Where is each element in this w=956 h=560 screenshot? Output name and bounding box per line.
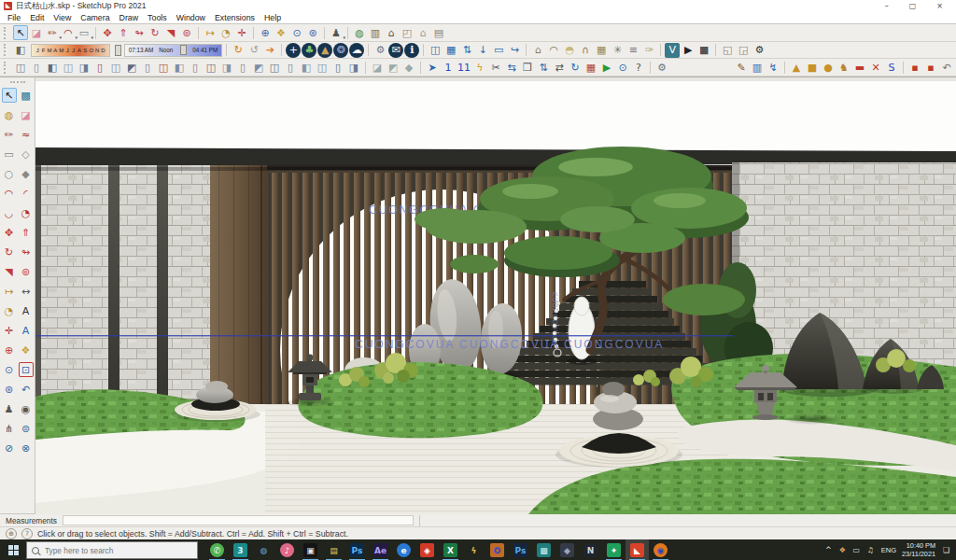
- bit-panel-10[interactable]: ◫: [156, 60, 171, 75]
- bit-wipe-2[interactable]: ◩: [386, 60, 401, 75]
- select-tool[interactable]: ↖: [2, 88, 17, 103]
- tray-volume-icon[interactable]: ♫: [865, 546, 876, 554]
- paint-bucket-tool[interactable]: ◍: [2, 107, 17, 122]
- vray-frame[interactable]: V: [665, 43, 680, 58]
- move-tool[interactable]: ✥: [2, 225, 17, 240]
- text-tool[interactable]: A: [19, 303, 34, 318]
- shadow-toggle[interactable]: ◧: [13, 43, 28, 58]
- play-plugin[interactable]: ▶: [599, 60, 614, 75]
- excel-app[interactable]: X: [439, 539, 462, 560]
- offset-tool[interactable]: ⊚: [179, 25, 194, 40]
- three-point-arc-tool[interactable]: ◡: [2, 205, 17, 220]
- bit-panel-13[interactable]: ◫: [204, 60, 218, 75]
- mirror-plugin[interactable]: ⇄: [552, 60, 567, 75]
- curve-plugin[interactable]: ↯: [766, 60, 780, 75]
- settings-gears[interactable]: ⚙: [373, 43, 387, 58]
- walk-tool[interactable]: ⋔: [2, 421, 17, 436]
- plugin-swap[interactable]: ▦: [443, 43, 458, 58]
- arc-tool[interactable]: ◠: [61, 25, 76, 40]
- time-slider-knob[interactable]: [180, 45, 187, 55]
- blue-s[interactable]: S: [884, 60, 899, 75]
- eraser-tool[interactable]: ◪: [29, 25, 44, 40]
- line-tool[interactable]: ✏: [2, 127, 17, 142]
- red-x[interactable]: ✕: [868, 60, 883, 75]
- bolt-plugin[interactable]: ϟ: [472, 60, 487, 75]
- look-around-tool[interactable]: ◉: [19, 401, 34, 416]
- rectangle-tool[interactable]: ▭: [2, 147, 17, 161]
- add-terrain[interactable]: ▲: [317, 43, 332, 58]
- close-button[interactable]: ×: [936, 2, 943, 10]
- tape-measure-tool[interactable]: ↦: [203, 25, 218, 40]
- toolbar-grip[interactable]: [4, 27, 8, 39]
- zoom-window-tool[interactable]: ⊡: [19, 362, 34, 377]
- date-slider-knob[interactable]: [115, 45, 121, 56]
- measurements-input[interactable]: [63, 515, 414, 525]
- palette-grip[interactable]: [10, 81, 25, 83]
- make-component-tool[interactable]: ▩: [19, 88, 34, 103]
- section-display-toggle[interactable]: ⊘: [2, 441, 17, 455]
- protractor-tool[interactable]: ◔: [2, 303, 17, 318]
- 3dsmax-app[interactable]: 3: [229, 539, 252, 560]
- wechat-app[interactable]: ✆: [205, 539, 229, 560]
- label-one[interactable]: 1: [441, 60, 456, 75]
- 3d-text-tool[interactable]: A: [19, 323, 34, 338]
- find-plugin[interactable]: ⊙: [615, 60, 630, 75]
- music-app[interactable]: ♪: [275, 539, 299, 560]
- file-explorer-app[interactable]: ▤: [322, 539, 345, 560]
- mosaic-app[interactable]: ▩: [532, 539, 555, 560]
- bit-roof[interactable]: ◠: [546, 43, 561, 58]
- bit-panel-11[interactable]: ◧: [172, 60, 187, 75]
- pencil-plugin[interactable]: ✎: [734, 60, 749, 75]
- bit-panel-15[interactable]: ▯: [235, 60, 250, 75]
- menu-tools[interactable]: Tools: [143, 12, 172, 23]
- pan-tool[interactable]: ❖: [274, 25, 288, 40]
- rotated-rectangle-tool[interactable]: ◇: [19, 147, 34, 161]
- tray-color-icon[interactable]: ❖: [837, 546, 848, 554]
- enscape-app[interactable]: ◉: [649, 539, 672, 560]
- scale-tool[interactable]: ◥: [163, 25, 178, 40]
- bit-panel-19[interactable]: ◧: [299, 60, 314, 75]
- scale-tool[interactable]: ◥: [2, 264, 17, 279]
- bit-panel-3[interactable]: ◧: [45, 60, 60, 75]
- plugin-split[interactable]: ⇅: [459, 43, 474, 58]
- bit-panel-5[interactable]: ◨: [77, 60, 91, 75]
- plugin-exit[interactable]: ↪: [507, 43, 522, 58]
- after-effects-app[interactable]: Ae: [369, 539, 392, 560]
- extension-warehouse[interactable]: ◰: [400, 25, 415, 40]
- menu-camera[interactable]: Camera: [76, 12, 114, 23]
- line-tool[interactable]: ✏: [45, 25, 60, 40]
- rotate-tool[interactable]: ↻: [148, 25, 162, 40]
- red-chip-1[interactable]: ▪: [907, 60, 922, 75]
- zoom-extents-tool[interactable]: ⊛: [2, 382, 17, 397]
- knot-app[interactable]: ✪: [485, 539, 509, 560]
- axes-tool[interactable]: ✛: [2, 323, 17, 338]
- language-indicator[interactable]: ENG: [881, 546, 896, 554]
- menu-file[interactable]: File: [3, 12, 25, 23]
- rectangle-tool[interactable]: ▭: [77, 25, 91, 40]
- send-model[interactable]: ➔: [262, 43, 277, 58]
- orbit-tool[interactable]: ⊕: [258, 25, 273, 40]
- photos-app[interactable]: ▣: [299, 539, 322, 560]
- loop-plugin[interactable]: ↻: [568, 60, 583, 75]
- bit-panel-21[interactable]: ▯: [330, 60, 345, 75]
- bit-feather[interactable]: ✑: [641, 43, 656, 58]
- pan-tool[interactable]: ❖: [19, 343, 34, 357]
- gear-plugin[interactable]: ⚙: [654, 60, 669, 75]
- action-center-icon[interactable]: ❏: [941, 546, 951, 554]
- info-about[interactable]: ℹ: [404, 43, 419, 58]
- move-tool[interactable]: ✥: [100, 25, 115, 40]
- search-input[interactable]: [43, 545, 192, 556]
- edge-app[interactable]: e: [392, 539, 415, 560]
- model-viewport[interactable]: CUONGCOVUA CUONGCOVUA CUONGCOVUA: [35, 81, 956, 514]
- follow-me-tool[interactable]: ↬: [132, 25, 147, 40]
- bit-panel-16[interactable]: ◩: [251, 60, 266, 75]
- lumion-app[interactable]: ✦: [602, 539, 626, 560]
- menu-window[interactable]: Window: [172, 12, 210, 23]
- menu-draw[interactable]: Draw: [115, 12, 144, 23]
- proxy-remove[interactable]: ◲: [736, 43, 751, 58]
- gold-prism[interactable]: ▲: [789, 60, 804, 75]
- bit-panel-14[interactable]: ◨: [219, 60, 234, 75]
- render-play[interactable]: ▶: [681, 43, 696, 58]
- toolbar-grip[interactable]: [4, 44, 8, 56]
- bit-panel-4[interactable]: ◫: [61, 60, 76, 75]
